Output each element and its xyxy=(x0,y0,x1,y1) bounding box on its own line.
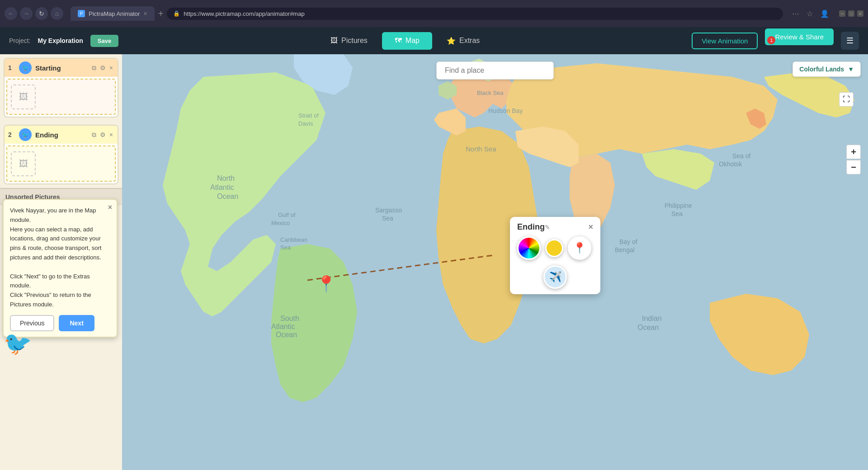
scene-1-settings-icon[interactable]: ⚙ xyxy=(99,63,107,72)
security-icon: 🔒 xyxy=(173,10,180,17)
scene-1-number: 1 xyxy=(8,64,15,71)
fullscreen-button[interactable]: ⛶ xyxy=(839,92,854,107)
find-place-input[interactable] xyxy=(436,61,554,80)
svg-text:Strait of: Strait of xyxy=(298,112,319,119)
new-tab-button[interactable]: + xyxy=(158,9,164,19)
home-button[interactable]: ⌂ xyxy=(51,7,63,20)
south-america-pin[interactable]: 📍 xyxy=(316,275,336,294)
tab-title: PictraMap Animator xyxy=(89,10,140,17)
nav-controls: ← → ↻ ⌂ xyxy=(5,7,63,20)
svg-text:Hudson Bay: Hudson Bay xyxy=(488,107,523,114)
svg-text:Sea: Sea xyxy=(382,215,393,222)
ending-popup-close-button[interactable]: × xyxy=(588,222,593,232)
airplane-icon-container: ✈️ xyxy=(517,265,593,289)
ending-popup-icons: 📍 xyxy=(517,236,593,260)
tutorial-line2: Here you can select a map, add locations… xyxy=(10,226,101,261)
extras-icon: ⭐ xyxy=(447,37,456,45)
tutorial-line4: Click "Previous" to return to the Pictur… xyxy=(10,291,91,308)
svg-text:Sargasso: Sargasso xyxy=(375,207,402,214)
scene-2-content: 🖼 xyxy=(6,146,116,182)
browser-tab[interactable]: P PictraMap Animator × xyxy=(71,6,155,21)
zoom-in-button[interactable]: + xyxy=(846,145,861,159)
tab-map[interactable]: 🗺 Map xyxy=(382,32,432,50)
scene-2-actions: ⧉ ⚙ × xyxy=(91,130,114,140)
zoom-out-button[interactable]: − xyxy=(846,160,861,174)
tab-extras[interactable]: ⭐ Extras xyxy=(434,32,492,50)
refresh-button[interactable]: ↻ xyxy=(35,7,48,20)
svg-text:Mexico: Mexico xyxy=(271,220,290,226)
scene-2-close-icon[interactable]: × xyxy=(108,130,114,139)
back-button[interactable]: ← xyxy=(5,7,17,20)
address-bar[interactable]: 🔒 https://www.pictramap.com/app/animator… xyxy=(167,8,783,20)
map-area[interactable]: North Atlantic Ocean Sargasso Sea Strait… xyxy=(122,54,868,470)
review-share-button[interactable]: Review & Share xyxy=(765,28,834,45)
browser-chrome: ← → ↻ ⌂ P PictraMap Animator × + 🔒 https… xyxy=(0,0,868,27)
map-style-selector: Colorful Lands ▼ xyxy=(793,61,861,77)
location-pin-icon: 📍 xyxy=(316,275,336,293)
scene-1-close-icon[interactable]: × xyxy=(108,63,114,72)
menu-button[interactable]: ☰ xyxy=(841,32,859,50)
scene-2-settings-icon[interactable]: ⚙ xyxy=(99,130,107,139)
tab-pictures[interactable]: 🖼 Pictures xyxy=(318,32,380,50)
yellow-circle-icon[interactable] xyxy=(545,239,563,257)
view-animation-button[interactable]: View Animation xyxy=(692,33,758,49)
scene-ending-header: 2 🐦 Ending ⧉ ⚙ × xyxy=(5,126,118,144)
forward-button[interactable]: → xyxy=(20,7,33,20)
scene-item-starting: 1 🐦 Starting ⧉ ⚙ × 🖼 xyxy=(4,58,118,118)
save-button[interactable]: Save xyxy=(90,35,118,47)
pictures-icon: 🖼 xyxy=(330,37,338,45)
profile-icon[interactable]: 👤 xyxy=(818,8,831,20)
scene-1-duplicate-icon[interactable]: ⧉ xyxy=(91,63,97,73)
scene-1-icon: 🐦 xyxy=(19,61,32,74)
svg-text:Sea: Sea xyxy=(671,210,683,217)
map-style-name: Colorful Lands xyxy=(799,66,844,73)
map-style-dropdown[interactable]: Colorful Lands ▼ xyxy=(793,61,861,77)
tutorial-line3: Click "Next" to go to the Extras module. xyxy=(10,273,90,289)
color-wheel-icon[interactable] xyxy=(517,236,541,260)
extensions-icon[interactable]: ⋯ xyxy=(790,8,801,20)
location-circle-icon[interactable]: 📍 xyxy=(568,236,591,260)
tutorial-popup: × Vivek Nayyar, you are in the Map modul… xyxy=(3,199,118,338)
app-container: Project: My Exploration Save 🖼 Pictures … xyxy=(0,27,868,470)
scene-1-actions: ⧉ ⚙ × xyxy=(91,63,114,73)
airplane-icon[interactable]: ✈️ xyxy=(543,265,567,289)
scene-2-duplicate-icon[interactable]: ⧉ xyxy=(91,130,97,140)
svg-text:Okhotsk: Okhotsk xyxy=(719,160,742,168)
maximize-button[interactable]: □ xyxy=(848,10,854,17)
svg-text:North: North xyxy=(217,174,235,182)
edit-icon[interactable]: ✎ xyxy=(545,224,550,231)
bookmark-icon[interactable]: ☆ xyxy=(805,8,815,20)
nav-tabs: 🖼 Pictures 🗺 Map ⭐ Extras xyxy=(126,32,684,50)
ending-map-popup: Ending ✎ × 📍 xyxy=(510,217,600,294)
svg-text:Sea of: Sea of xyxy=(732,152,751,160)
svg-text:Gulf of: Gulf of xyxy=(278,212,296,218)
project-name: My Exploration xyxy=(38,37,83,44)
url-text: https://www.pictramap.com/app/animator#m… xyxy=(184,10,304,17)
pictures-tab-label: Pictures xyxy=(341,37,368,45)
ending-popup-title: Ending xyxy=(517,222,545,232)
close-window-button[interactable]: × xyxy=(857,10,863,17)
tutorial-previous-button[interactable]: Previous xyxy=(10,315,54,331)
sidebar: 1 🐦 Starting ⧉ ⚙ × 🖼 2 🐦 xyxy=(0,54,122,470)
svg-text:Philippine: Philippine xyxy=(665,202,692,209)
tutorial-next-button[interactable]: Next xyxy=(59,315,94,331)
tutorial-buttons: Previous Next xyxy=(10,315,110,331)
tutorial-close-button[interactable]: × xyxy=(108,203,112,212)
svg-text:Bengal: Bengal xyxy=(615,246,635,254)
svg-text:Ocean: Ocean xyxy=(217,193,238,200)
minimize-button[interactable]: ─ xyxy=(839,10,845,17)
svg-text:Black Sea: Black Sea xyxy=(477,89,504,96)
top-nav: Project: My Exploration Save 🖼 Pictures … xyxy=(0,27,868,54)
scene-item-ending: 2 🐦 Ending ⧉ ⚙ × 🖼 xyxy=(4,125,118,184)
tab-favicon: P xyxy=(78,10,85,17)
svg-text:Ocean: Ocean xyxy=(276,331,297,338)
tutorial-bird-mascot: 🐦 xyxy=(4,332,32,355)
svg-text:Atlantic: Atlantic xyxy=(210,183,234,191)
scene-2-number: 2 xyxy=(8,131,15,138)
svg-text:Caribbean: Caribbean xyxy=(280,236,307,243)
window-controls: ─ □ × xyxy=(839,10,863,17)
svg-text:North Sea: North Sea xyxy=(466,145,496,153)
map-zoom-controls: + − xyxy=(846,145,861,174)
tab-close-icon[interactable]: × xyxy=(143,10,147,17)
tutorial-text: Vivek Nayyar, you are in the Map module.… xyxy=(10,206,110,310)
